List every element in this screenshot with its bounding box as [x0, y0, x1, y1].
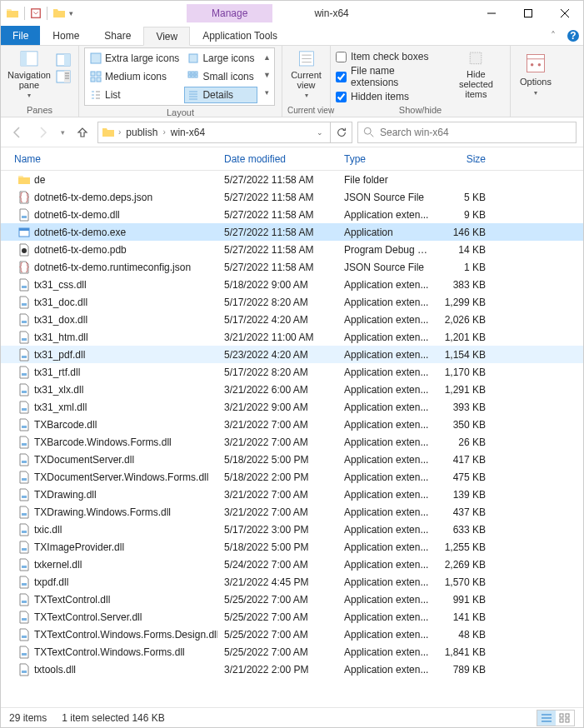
- file-date: 3/21/2022 7:00 AM: [217, 436, 337, 448]
- file-row[interactable]: TXDocumentServer.dll5/18/2022 5:00 PMApp…: [1, 451, 583, 468]
- file-row[interactable]: tx31_css.dll5/18/2022 9:00 AMApplication…: [1, 276, 583, 293]
- back-button[interactable]: [7, 122, 27, 142]
- file-size: 139 KB: [436, 489, 502, 501]
- file-row[interactable]: TXBarcode.dll3/21/2022 7:00 AMApplicatio…: [1, 416, 583, 433]
- file-date: 3/21/2022 9:00 AM: [217, 401, 337, 413]
- svg-rect-45: [22, 478, 27, 481]
- file-row[interactable]: tx31_doc.dll5/17/2022 8:20 AMApplication…: [1, 293, 583, 311]
- recent-locations-icon[interactable]: ▾: [57, 122, 67, 142]
- file-row[interactable]: tx31_htm.dll3/21/2022 11:00 AMApplicatio…: [1, 328, 583, 346]
- file-size: 1,570 KB: [436, 576, 502, 588]
- svg-rect-13: [97, 72, 101, 76]
- file-row[interactable]: tx31_pdf.dll5/23/2022 4:20 AMApplication…: [1, 346, 583, 363]
- up-button[interactable]: [72, 122, 92, 142]
- crumb-publish[interactable]: publish: [124, 127, 159, 138]
- gallery-more-icon[interactable]: ▾: [261, 87, 272, 98]
- forward-button[interactable]: [32, 122, 52, 142]
- check-file-extensions[interactable]: File name extensions: [336, 65, 444, 88]
- file-row[interactable]: TXTextControl.dll5/25/2022 7:00 AMApplic…: [1, 591, 583, 608]
- file-list[interactable]: Name Date modified Type Size de5/27/2022…: [1, 147, 583, 707]
- layout-extra-large[interactable]: Extra large icons: [87, 50, 182, 67]
- dll-icon: [17, 401, 31, 414]
- file-row[interactable]: tx31_xml.dll3/21/2022 9:00 AMApplication…: [1, 398, 583, 416]
- qat-folder-icon[interactable]: [52, 7, 66, 20]
- search-box[interactable]: [357, 122, 577, 143]
- col-date[interactable]: Date modified: [217, 153, 337, 165]
- thumbnails-view-toggle[interactable]: [556, 711, 574, 726]
- file-row[interactable]: TXTextControl.Windows.Forms.Design.dll5/…: [1, 626, 583, 643]
- file-row[interactable]: TXTextControl.Server.dll5/25/2022 7:00 A…: [1, 608, 583, 626]
- file-row[interactable]: tx31_dox.dll5/17/2022 4:20 AMApplication…: [1, 311, 583, 328]
- current-view-button[interactable]: Current view ▾: [287, 47, 325, 101]
- file-size: 1,299 KB: [436, 297, 502, 308]
- file-row[interactable]: de5/27/2022 11:58 AMFile folder: [1, 171, 583, 188]
- details-view-toggle[interactable]: [537, 711, 556, 726]
- layout-small[interactable]: Small icons: [184, 68, 257, 85]
- chevron-right-icon[interactable]: ›: [118, 127, 121, 137]
- tab-file[interactable]: File: [1, 26, 40, 45]
- tab-view[interactable]: View: [143, 27, 190, 46]
- col-name[interactable]: Name: [1, 153, 217, 165]
- file-size: 475 KB: [436, 471, 502, 483]
- file-row[interactable]: { }dotnet6-tx-demo.runtimeconfig.json5/2…: [1, 258, 583, 276]
- refresh-button[interactable]: [331, 122, 352, 143]
- file-type: Application exten...: [337, 594, 436, 606]
- gallery-down-icon[interactable]: ▼: [261, 69, 272, 81]
- file-row[interactable]: { }dotnet6-tx-demo.deps.json5/27/2022 11…: [1, 188, 583, 206]
- check-item-checkboxes[interactable]: Item check boxes: [336, 51, 444, 62]
- gallery-up-icon[interactable]: ▲: [261, 52, 272, 63]
- details-pane-icon[interactable]: [56, 69, 71, 84]
- layout-medium[interactable]: Medium icons: [87, 68, 182, 85]
- file-row[interactable]: TXDrawing.Windows.Forms.dll3/21/2022 7:0…: [1, 503, 583, 521]
- file-date: 5/23/2022 4:20 AM: [217, 349, 337, 361]
- qat-properties-icon[interactable]: [30, 7, 42, 19]
- file-size: 146 KB: [436, 227, 502, 238]
- check-hidden-items[interactable]: Hidden items: [336, 91, 444, 102]
- layout-large[interactable]: Large icons: [184, 50, 257, 67]
- crumb-win-x64[interactable]: win-x64: [169, 127, 207, 138]
- svg-rect-43: [22, 443, 27, 446]
- file-type: Application exten...: [337, 664, 436, 676]
- maximize-button[interactable]: [510, 2, 547, 25]
- layout-gallery[interactable]: Extra large icons Large icons ▲ ▼ ▾ Medi…: [84, 47, 275, 106]
- minimize-button[interactable]: [473, 2, 510, 25]
- file-row[interactable]: dotnet6-tx-demo.dll5/27/2022 11:58 AMApp…: [1, 206, 583, 223]
- file-row[interactable]: tx31_rtf.dll5/17/2022 8:20 AMApplication…: [1, 363, 583, 381]
- close-button[interactable]: [547, 2, 583, 25]
- chevron-right-icon[interactable]: ›: [162, 127, 165, 137]
- file-row[interactable]: txtools.dll3/21/2022 2:00 PMApplication …: [1, 661, 583, 678]
- svg-rect-60: [566, 719, 569, 722]
- layout-list[interactable]: List: [87, 87, 182, 103]
- help-button[interactable]: ?: [563, 26, 583, 45]
- tab-share[interactable]: Share: [92, 26, 143, 45]
- search-input[interactable]: [380, 127, 571, 138]
- layout-details[interactable]: Details: [184, 87, 257, 103]
- svg-rect-53: [22, 618, 27, 621]
- options-button[interactable]: Options ▾: [516, 47, 556, 101]
- file-row[interactable]: TXImageProvider.dll5/18/2022 5:00 PMAppl…: [1, 538, 583, 556]
- preview-pane-icon[interactable]: [56, 52, 71, 67]
- file-row[interactable]: TXTextControl.Windows.Forms.dll5/25/2022…: [1, 643, 583, 661]
- navigation-pane-button[interactable]: Navigation pane ▾: [6, 47, 52, 101]
- address-dropdown-icon[interactable]: ⌄: [313, 128, 327, 137]
- item-count: 29 items: [9, 712, 47, 724]
- file-row[interactable]: dotnet6-tx-demo.exe5/27/2022 11:58 AMApp…: [1, 223, 583, 241]
- address-bar[interactable]: › publish › win-x64 ⌄: [97, 122, 331, 143]
- qat-dropdown-icon[interactable]: ▾: [69, 9, 73, 17]
- tab-application-tools[interactable]: Application Tools: [190, 26, 290, 45]
- file-row[interactable]: txic.dll5/17/2022 3:00 PMApplication ext…: [1, 521, 583, 538]
- file-row[interactable]: TXDrawing.dll3/21/2022 7:00 AMApplicatio…: [1, 486, 583, 503]
- file-row[interactable]: txkernel.dll5/24/2022 7:00 AMApplication…: [1, 556, 583, 573]
- col-size[interactable]: Size: [436, 153, 502, 165]
- ribbon-collapse-icon[interactable]: ˄: [543, 26, 563, 45]
- file-row[interactable]: tx31_xlx.dll3/21/2022 6:00 AMApplication…: [1, 381, 583, 398]
- file-row[interactable]: txpdf.dll3/21/2022 4:45 PMApplication ex…: [1, 573, 583, 591]
- file-name: dotnet6-tx-demo.dll: [34, 209, 120, 221]
- file-row[interactable]: dotnet6-tx-demo.pdb5/27/2022 11:58 AMPro…: [1, 241, 583, 258]
- col-type[interactable]: Type: [337, 153, 436, 165]
- tab-home[interactable]: Home: [40, 26, 92, 45]
- file-row[interactable]: TXBarcode.Windows.Forms.dll3/21/2022 7:0…: [1, 433, 583, 451]
- context-tab-manage[interactable]: Manage: [187, 4, 272, 22]
- file-row[interactable]: TXDocumentServer.Windows.Forms.dll5/18/2…: [1, 468, 583, 486]
- hide-selected-button[interactable]: Hide selected items: [447, 47, 505, 101]
